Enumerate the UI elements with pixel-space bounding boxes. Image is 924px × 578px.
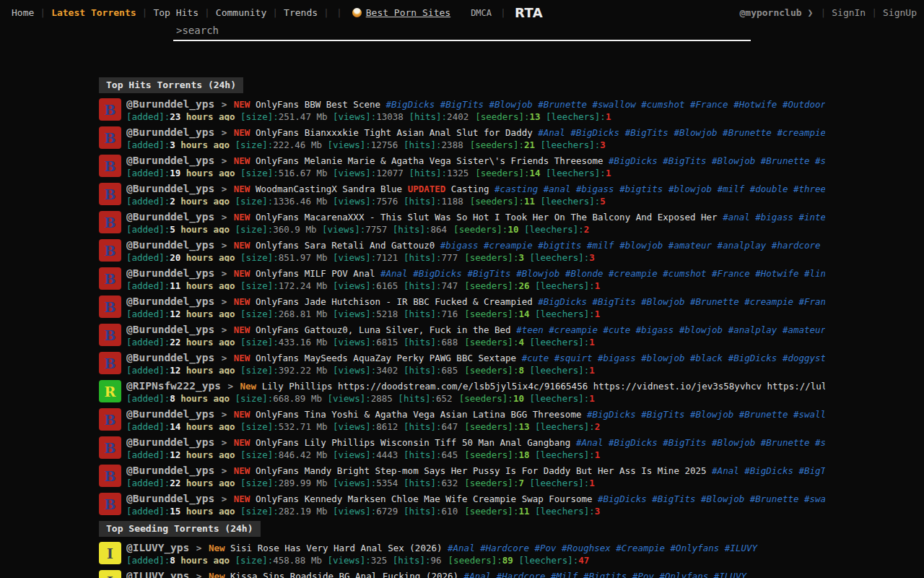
torrent-title[interactable]: Lily Phillips https://doodstream.com/e/l… xyxy=(262,381,825,392)
tag-list[interactable]: #Anal #BigDicks #BigTits #Blowjob #Blond… xyxy=(380,268,825,279)
dmca-link[interactable]: DMCA xyxy=(471,8,492,18)
added-label: [added]: xyxy=(126,421,170,431)
leechers-label: [leechers]: xyxy=(529,252,589,262)
hits-value: 777 xyxy=(442,252,458,262)
seeders-label: [seeders]: xyxy=(448,555,502,564)
user-avatar[interactable]: B xyxy=(99,239,121,262)
seeders-label: [seeders]: xyxy=(459,393,513,402)
nav-item-community[interactable]: Community xyxy=(210,7,272,18)
best-porn-sites-link[interactable]: Best Porn Sites xyxy=(352,7,450,18)
hits-label: [hits]: xyxy=(404,506,442,515)
views-value: 7757 xyxy=(365,224,387,233)
username-link[interactable]: @Burunddel_yps xyxy=(126,324,214,335)
size-value: 282.19 Mb xyxy=(279,506,328,515)
nav-item-latest-torrents[interactable]: Latest Torrents xyxy=(45,7,141,18)
username-link[interactable]: @Burunddel_yps xyxy=(126,183,214,194)
chevron-right-icon: > xyxy=(214,99,234,110)
user-avatar[interactable]: B xyxy=(99,408,121,431)
account-username[interactable]: @mypornclub xyxy=(739,7,801,18)
tag-list[interactable]: #BigDicks #BigTits #Blowjob #Brunette #c… xyxy=(538,296,825,307)
user-avatar[interactable]: B xyxy=(99,436,121,459)
username-link[interactable]: @RIPNsfw222_yps xyxy=(126,380,221,392)
nav-item-trends[interactable]: Trends xyxy=(278,7,323,18)
torrent-title[interactable]: OnlyFans Bianxxxkie Tight Asian Anal Slu… xyxy=(256,127,533,138)
user-avatar[interactable]: B xyxy=(99,183,121,205)
username-link[interactable]: @Burunddel_yps xyxy=(126,436,214,448)
user-avatar[interactable]: R xyxy=(99,380,121,402)
user-avatar[interactable]: I xyxy=(99,542,121,564)
torrent-row-line1: @Burunddel_yps > NEW OnlyFans Bianxxxkie… xyxy=(126,126,825,139)
user-avatar[interactable]: B xyxy=(99,465,121,487)
username-link[interactable]: @Burunddel_yps xyxy=(126,126,214,138)
tag-list[interactable]: #bigass #creampie #bigtits #milf #blowjo… xyxy=(440,240,821,251)
user-avatar[interactable]: B xyxy=(99,126,121,149)
username-link[interactable]: @Burunddel_yps xyxy=(126,408,214,420)
user-avatar[interactable]: B xyxy=(99,98,121,121)
chevron-right-icon: > xyxy=(214,296,234,307)
chevron-right-icon[interactable]: ❯ xyxy=(808,7,814,18)
tag-list[interactable]: #BigDicks #BigTits #Blowjob #Brunette #s… xyxy=(609,155,825,166)
torrent-title[interactable]: OnlyFans Melanie Marie & Agatha Vega Sis… xyxy=(256,155,603,166)
signin-link[interactable]: SignIn xyxy=(832,7,866,18)
leechers-label: [leechers]: xyxy=(535,280,595,290)
username-link[interactable]: @Burunddel_yps xyxy=(126,155,214,166)
user-avatar[interactable]: B xyxy=(99,324,121,346)
tag-list[interactable]: #Anal #BigDicks #BigTits #Blowjob #Brune… xyxy=(538,127,825,138)
torrent-title[interactable]: Casting xyxy=(451,184,489,194)
torrent-title[interactable]: Onlyfans MILF POV Anal xyxy=(256,268,375,279)
torrent-title[interactable]: OnlyFans BBW Best Scene xyxy=(256,99,380,110)
user-avatar[interactable]: B xyxy=(99,155,121,177)
torrent-title[interactable]: OnlyFans Mandy Bright Step-mom Says Her … xyxy=(256,465,707,476)
user-avatar[interactable]: I xyxy=(99,570,121,578)
username-link[interactable]: @Burunddel_yps xyxy=(126,493,214,504)
user-avatar[interactable]: B xyxy=(99,493,121,515)
torrent-title[interactable]: Onlyfans Sara Retali And Gattouz0 xyxy=(256,240,435,251)
tag-list[interactable]: #casting #anal #bigass #bigtits #blowjob… xyxy=(494,184,825,194)
username-link[interactable]: @Burunddel_yps xyxy=(126,267,214,279)
nav-item-top-hits[interactable]: Top Hits xyxy=(147,7,204,18)
torrent-title[interactable]: OnlyFans Lily Phillips Wisconsin Tiff 50… xyxy=(256,437,571,448)
user-avatar[interactable]: B xyxy=(99,296,121,318)
torrent-title[interactable]: OnlyFans MacarenaXXX - This Slut Was So … xyxy=(256,212,718,223)
torrent-title[interactable]: Sisi Rose Has Very Hard Anal Sex (2026) xyxy=(230,543,443,553)
username-link[interactable]: @Burunddel_yps xyxy=(126,465,214,476)
tag-list[interactable]: #Anal #Hardcore #Milf #Bigtits #Pov #Onl… xyxy=(464,571,746,578)
torrent-title[interactable]: OnlyFans Tina Yoshi & Agatha Vega Asian … xyxy=(256,409,582,420)
tag-list[interactable]: #BigDicks #BigTits #Blowjob #Brunette #s… xyxy=(386,99,825,110)
leechers-label: [leechers]: xyxy=(535,449,595,459)
tag-list[interactable]: #BigDicks #BigTits #Blowjob #Brunette #s… xyxy=(598,493,825,504)
tag-list[interactable]: #BigDicks #BigTits #Blowjob #Brunette #s… xyxy=(587,409,825,420)
username-link[interactable]: @ILUVY_yps xyxy=(126,570,189,578)
user-avatar[interactable]: B xyxy=(99,267,121,290)
search-input[interactable] xyxy=(173,22,751,40)
username-link[interactable]: @Burunddel_yps xyxy=(126,211,214,223)
signup-link[interactable]: SignUp xyxy=(883,7,917,18)
torrent-row-lines: @Burunddel_yps > NEW OnlyFans Bianxxxkie… xyxy=(126,126,825,149)
added-unit: hours ago xyxy=(180,196,230,205)
chevron-right-icon: > xyxy=(214,127,234,138)
username-link[interactable]: @Burunddel_yps xyxy=(126,98,214,110)
torrent-title[interactable]: Onlyfans MaySeeds AquaZay Perky PAWG BBC… xyxy=(256,353,516,363)
torrent-title[interactable]: OnlyFans Gattouz0, Luna Silver, Fuck in … xyxy=(256,324,511,335)
views-label: [views]: xyxy=(333,252,376,262)
seeders-label: [seeders]: xyxy=(464,309,518,318)
torrent-title[interactable]: WoodmanCastingX Sandra Blue xyxy=(256,184,402,194)
username-link[interactable]: @Burunddel_yps xyxy=(126,239,214,251)
tag-list[interactable]: #teen #creampie #cute #bigass #blowjob #… xyxy=(516,324,825,335)
tag-list[interactable]: #Anal #BigDicks #BigTits … xyxy=(712,465,825,476)
tag-list[interactable]: #Anal #BigDicks #BigTits #Blowjob #Brune… xyxy=(576,437,825,448)
new-badge: NEW xyxy=(234,268,250,279)
user-avatar[interactable]: B xyxy=(99,352,121,374)
tag-list[interactable]: #Anal #Hardcore #Pov #Roughsex #Creampie… xyxy=(448,543,757,553)
nav-item-home[interactable]: Home xyxy=(6,7,40,18)
username-link[interactable]: @Burunddel_yps xyxy=(126,352,214,363)
user-avatar[interactable]: B xyxy=(99,211,121,233)
username-link[interactable]: @Burunddel_yps xyxy=(126,296,214,307)
torrent-title[interactable]: OnlyFans Jade Hutchison - IR BBC Fucked … xyxy=(256,296,533,307)
tag-list[interactable]: #cute #squirt #bigass #blowjob #black #B… xyxy=(522,353,825,363)
torrent-row-line1: @Burunddel_yps > NEW OnlyFans Tina Yoshi… xyxy=(126,408,825,420)
torrent-title[interactable]: OnlyFans Kennedy Marksen Chloe Mae Wife … xyxy=(256,493,593,504)
tag-list[interactable]: #anal #bigass #interrac… xyxy=(723,212,825,223)
username-link[interactable]: @ILUVY_yps xyxy=(126,542,189,553)
torrent-title[interactable]: Kissa Sins Roadside BG Anal Fucking (202… xyxy=(230,571,458,578)
